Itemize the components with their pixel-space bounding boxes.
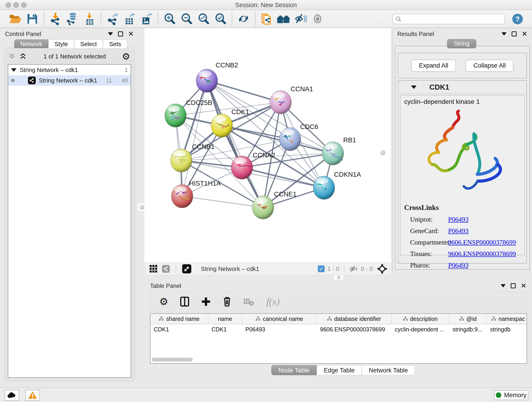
column-header-name[interactable]: name — [208, 314, 242, 324]
table-cell[interactable]: P06493 — [242, 324, 317, 334]
network-node-CCNB1[interactable]: CCNB1 — [171, 143, 215, 172]
results-panel-menu-icon[interactable] — [501, 32, 507, 36]
control-panel-float-icon[interactable] — [118, 32, 123, 36]
selected-checkbox-icon[interactable]: ✓ — [318, 265, 325, 272]
toolbar-separator — [101, 12, 101, 26]
column-header-description[interactable]: description — [392, 314, 449, 324]
network-options-gear-icon[interactable]: ⚙ — [122, 52, 130, 61]
gray-eye-icon — [312, 13, 323, 25]
control-panel-close-icon[interactable]: ✕ — [128, 32, 134, 36]
hide-selected-button[interactable] — [292, 12, 309, 26]
crosslink-label: Compartments: — [404, 239, 448, 246]
network-node-CDC25B[interactable]: CDC25B — [165, 99, 212, 127]
delete-column-icon[interactable] — [223, 296, 231, 307]
import-table-button[interactable] — [81, 12, 98, 26]
network-node-RB1[interactable]: RB1 — [322, 136, 356, 165]
open-in-window-icon[interactable] — [182, 264, 191, 274]
show-columns-icon[interactable] — [180, 297, 189, 307]
zoom-selected-button[interactable] — [212, 12, 229, 26]
table-cell[interactable]: CDK1 — [151, 324, 208, 334]
crosslink-link[interactable]: 9606.ENSP00000378699 — [448, 250, 516, 258]
bottom-splitter-handle[interactable] — [334, 274, 343, 280]
table-cell[interactable]: 9606.ENSP00000378699 — [317, 324, 392, 334]
memory-button[interactable]: Memory — [494, 390, 528, 400]
expand-all-button[interactable]: Expand All — [411, 60, 456, 72]
search-input[interactable] — [401, 16, 498, 22]
column-header-namespac[interactable]: namespac — [487, 314, 527, 324]
tab-network[interactable]: Network — [14, 39, 48, 48]
network-node-CDKN1A[interactable]: CDKN1A — [313, 171, 361, 199]
export-table-button[interactable] — [121, 12, 138, 26]
fit-content-crosshair-icon[interactable] — [377, 264, 387, 274]
table-panel-close-icon[interactable]: ✕ — [521, 283, 526, 288]
export-image-button[interactable] — [138, 12, 155, 26]
column-header-canonical-name[interactable]: canonical name — [242, 314, 317, 324]
expand-all-icon[interactable] — [20, 53, 27, 60]
network-collection-row[interactable]: String Network – cdk1 1 — [8, 65, 131, 75]
crosslink-link[interactable]: P06493 — [448, 227, 469, 235]
add-column-icon[interactable] — [201, 297, 211, 306]
crosslink-link[interactable]: 9606.ENSP00000378699 — [448, 239, 516, 246]
string-view-icon[interactable] — [162, 265, 170, 273]
node-label: HIST1H1A — [189, 180, 221, 187]
zoom-out-button[interactable] — [178, 12, 195, 26]
crosslink-link[interactable]: P06493 — [448, 262, 469, 269]
network-edge[interactable] — [182, 196, 263, 207]
import-network-file-button[interactable] — [47, 12, 64, 26]
network-view-canvas[interactable]: CCNB2CCNA1CDC25BCDK1CDC6RB1CCNB1CCNA2CDK… — [144, 28, 391, 262]
table-toolbar-container: ⚙ f(x) — [150, 291, 527, 364]
network-node-CCNA1[interactable]: CCNA1 — [270, 85, 313, 114]
show-preview-button[interactable] — [309, 12, 326, 26]
table-panel-menu-icon[interactable] — [500, 284, 506, 287]
return-home-button[interactable] — [275, 12, 292, 26]
table-panel-float-icon[interactable] — [511, 283, 516, 288]
birdseye-grid-icon[interactable] — [149, 264, 158, 273]
table-cell[interactable]: stringdb:9... — [449, 324, 487, 334]
table-tab-edge-table[interactable]: Edge Table — [317, 365, 362, 375]
table-row[interactable]: CDK1CDK1P064939606.ENSP00000378699cyclin… — [151, 324, 526, 334]
zoom-fit-button[interactable] — [195, 12, 212, 26]
network-edge[interactable] — [207, 81, 281, 102]
save-session-button[interactable] — [24, 12, 41, 26]
horizontal-scrollbar[interactable] — [152, 358, 525, 361]
collapse-all-button[interactable]: Collapse All — [466, 60, 513, 72]
memory-label: Memory — [504, 392, 526, 399]
table-options-gear-icon[interactable]: ⚙ — [159, 297, 168, 306]
zoom-in-button[interactable] — [161, 12, 178, 26]
left-splitter-handle[interactable] — [138, 203, 146, 211]
open-session-button[interactable] — [7, 12, 24, 26]
network-edge[interactable] — [182, 81, 207, 196]
right-splitter-handle[interactable] — [379, 149, 387, 157]
refresh-view-button[interactable] — [235, 12, 252, 26]
gene-expander-icon[interactable] — [411, 85, 417, 89]
results-tab-string[interactable]: String — [447, 39, 476, 48]
table-cell[interactable]: CDK1 — [208, 324, 242, 334]
tab-style[interactable]: Style — [48, 39, 74, 48]
results-panel-float-icon[interactable] — [512, 32, 517, 36]
cloud-status-button[interactable] — [5, 390, 19, 401]
node-label: CDC25B — [186, 99, 212, 106]
results-panel-close-icon[interactable]: ✕ — [522, 32, 527, 36]
column-header-shared-name[interactable]: shared name — [151, 314, 208, 324]
network-node-CCNE1[interactable]: CCNE1 — [252, 191, 297, 219]
column-header-@id[interactable]: @id — [449, 314, 487, 324]
first-neighbors-button[interactable] — [258, 12, 275, 26]
column-header-database-identifier[interactable]: database identifier — [317, 314, 392, 324]
export-network-button[interactable] — [104, 12, 121, 26]
table-cell[interactable]: cyclin-dependent ... — [392, 324, 449, 334]
import-network-database-button[interactable] — [64, 12, 81, 26]
network-node-HIST1H1A[interactable]: HIST1H1A — [171, 180, 221, 208]
collapse-all-icon[interactable] — [9, 53, 17, 60]
control-panel-menu-icon[interactable] — [108, 32, 113, 36]
tab-select[interactable]: Select — [74, 39, 103, 48]
tab-sets[interactable]: Sets — [103, 39, 127, 48]
network-edge[interactable] — [207, 81, 263, 207]
table-cell[interactable]: stringdb — [487, 324, 527, 334]
help-button[interactable]: ? — [512, 14, 523, 24]
table-tab-node-table[interactable]: Node Table — [271, 365, 317, 375]
table-tab-network-table[interactable]: Network Table — [362, 365, 415, 375]
warnings-button[interactable] — [25, 390, 40, 401]
network-row[interactable]: String Network – cdk1 11 48 — [8, 75, 131, 86]
crosslink-link[interactable]: P06493 — [448, 216, 469, 223]
collection-expander-icon[interactable] — [11, 68, 17, 72]
